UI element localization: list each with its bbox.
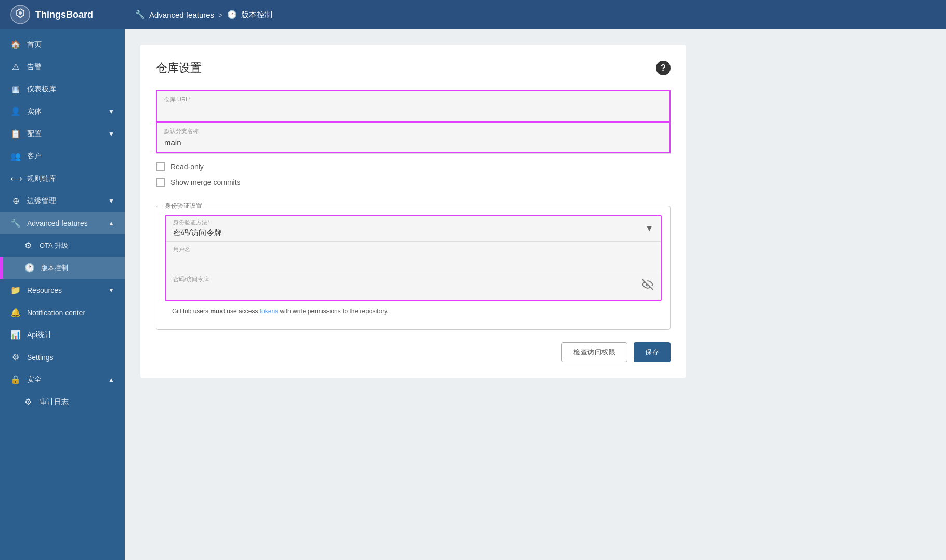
readonly-label: Read-only	[170, 163, 204, 171]
edge-icon: ⊕	[10, 196, 21, 206]
sidebar-item-api-label: Api统计	[27, 330, 52, 340]
username-label: 用户名	[166, 242, 661, 255]
auth-method-label: 身份验证方法*	[173, 219, 209, 226]
breadcrumb: 🔧 Advanced features > 🕐 版本控制	[135, 10, 272, 20]
security-chevron: ▲	[108, 376, 114, 383]
sidebar-item-security[interactable]: 🔒 安全 ▲	[0, 368, 125, 391]
advanced-icon: 🔧	[10, 218, 21, 228]
sidebar-item-ota[interactable]: ⚙ OTA 升级	[0, 234, 125, 257]
sidebar-item-audit[interactable]: ⚙ 审计日志	[0, 391, 125, 413]
password-input[interactable]	[166, 284, 661, 300]
breadcrumb-icon2: 🕐	[227, 10, 237, 19]
resources-chevron: ▼	[108, 287, 114, 294]
branch-field: 默认分支名称	[156, 122, 671, 153]
sidebar-item-dashboard-label: 仪表板库	[27, 85, 56, 94]
hint-post: with write permissions to the repository…	[278, 308, 389, 315]
merge-checkbox-row[interactable]: Show merge commits	[156, 178, 671, 187]
repo-url-input[interactable]	[157, 104, 669, 121]
sidebar-sub-advanced: ⚙ OTA 升级 🕐 版本控制	[0, 234, 125, 279]
settings-icon: ⚙	[10, 352, 21, 362]
home-icon: 🏠	[10, 39, 21, 49]
version-icon: 🕐	[24, 263, 35, 273]
visibility-off-icon[interactable]	[642, 279, 653, 293]
config-chevron: ▼	[108, 130, 114, 138]
customer-icon: 👥	[10, 151, 21, 161]
sidebar-item-entity-label: 实体	[27, 107, 42, 116]
readonly-checkbox-row[interactable]: Read-only	[156, 162, 671, 171]
hint-link[interactable]: tokens	[260, 308, 278, 315]
breadcrumb-item2[interactable]: 版本控制	[241, 10, 272, 20]
auth-fields-wrapper: 身份验证方法* 密码/访问令牌 ▼ 用户名	[165, 215, 662, 301]
readonly-checkbox[interactable]	[156, 162, 165, 171]
sidebar-item-audit-label: 审计日志	[40, 397, 69, 407]
resources-icon: 📁	[10, 285, 21, 295]
sidebar-item-resources-label: Resources	[27, 286, 62, 295]
dashboard-icon: ▦	[10, 84, 21, 94]
rulechain-icon: ⟷	[10, 174, 21, 183]
sidebar-item-version-label: 版本控制	[41, 263, 68, 273]
save-button[interactable]: 保存	[634, 342, 671, 362]
sidebar-item-security-label: 安全	[27, 375, 42, 384]
sidebar-item-resources[interactable]: 📁 Resources ▼	[0, 279, 125, 301]
sidebar-item-api[interactable]: 📊 Api统计	[0, 324, 125, 346]
auth-method-select[interactable]: 密码/访问令牌	[166, 216, 661, 241]
content-area: 仓库设置 ? 仓库 URL* 默认分支名称 Read-only	[125, 29, 946, 560]
branch-label: 默认分支名称	[157, 123, 669, 136]
sidebar-item-customer[interactable]: 👥 客户	[0, 145, 125, 167]
entity-chevron: ▼	[108, 108, 114, 115]
hint-text: GitHub users must use access tokens with…	[165, 301, 662, 321]
page-title-row: 仓库设置 ?	[156, 60, 671, 76]
checkboxes-area: Read-only Show merge commits	[156, 154, 671, 195]
hint-bold: must	[210, 308, 225, 315]
password-label: 密码/访问令牌	[166, 271, 661, 284]
page-card: 仓库设置 ? 仓库 URL* 默认分支名称 Read-only	[140, 45, 686, 378]
repo-url-field: 仓库 URL*	[156, 90, 671, 122]
sidebar-item-version[interactable]: 🕐 版本控制	[0, 257, 125, 279]
sidebar-item-edge-label: 边缘管理	[27, 196, 56, 206]
merge-checkbox[interactable]	[156, 178, 165, 187]
security-icon: 🔒	[10, 375, 21, 384]
sidebar-item-settings[interactable]: ⚙ Settings	[0, 346, 125, 368]
advanced-chevron: ▲	[108, 220, 114, 227]
notification-icon: 🔔	[10, 308, 21, 317]
ota-icon: ⚙	[23, 241, 33, 250]
sidebar-item-rulechain[interactable]: ⟷ 规则链库	[0, 167, 125, 190]
sidebar-item-home[interactable]: 🏠 首页	[0, 33, 125, 56]
sidebar-item-config[interactable]: 📋 配置 ▼	[0, 123, 125, 145]
sidebar-item-notification-label: Notification center	[27, 309, 85, 317]
logo-text: ThingsBoard	[35, 9, 93, 20]
thingsboard-logo	[10, 5, 30, 24]
sidebar-item-config-label: 配置	[27, 129, 42, 139]
edge-chevron: ▼	[108, 197, 114, 205]
sidebar-item-alert[interactable]: ⚠ 告警	[0, 56, 125, 78]
sidebar-item-home-label: 首页	[27, 40, 42, 49]
help-button[interactable]: ?	[656, 61, 671, 75]
buttons-row: 检查访问权限 保存	[156, 342, 671, 362]
top-header: ThingsBoard 🔧 Advanced features > 🕐 版本控制	[0, 0, 946, 29]
branch-input[interactable]	[157, 136, 669, 152]
alert-icon: ⚠	[10, 62, 21, 72]
sidebar-item-customer-label: 客户	[27, 152, 42, 161]
check-access-button[interactable]: 检查访问权限	[561, 342, 627, 362]
main-layout: 🏠 首页 ⚠ 告警 ▦ 仪表板库 👤 实体 ▼ 📋 配置 ▼ 👥 客户	[0, 29, 946, 560]
svg-point-1	[19, 11, 22, 15]
auth-section-label: 身份验证设置	[163, 202, 204, 210]
api-icon: 📊	[10, 330, 21, 340]
sidebar-item-settings-label: Settings	[27, 353, 54, 362]
username-field: 用户名	[166, 242, 661, 271]
username-input[interactable]	[166, 255, 661, 271]
sidebar-item-rulechain-label: 规则链库	[27, 174, 56, 183]
page-title: 仓库设置	[156, 60, 202, 76]
breadcrumb-item1[interactable]: Advanced features	[149, 10, 214, 19]
config-icon: 📋	[10, 129, 21, 139]
hint-mid: use access	[225, 308, 260, 315]
auth-section: 身份验证设置 身份验证方法* 密码/访问令牌 ▼	[156, 206, 671, 330]
sidebar-item-edge[interactable]: ⊕ 边缘管理 ▼	[0, 190, 125, 212]
sidebar-item-dashboard[interactable]: ▦ 仪表板库	[0, 78, 125, 100]
hint-pre: GitHub users	[172, 308, 210, 315]
repo-url-label: 仓库 URL*	[157, 91, 669, 104]
audit-icon: ⚙	[23, 397, 33, 407]
sidebar-item-entity[interactable]: 👤 实体 ▼	[0, 100, 125, 123]
sidebar-item-advanced[interactable]: 🔧 Advanced features ▲	[0, 212, 125, 234]
sidebar-item-notification[interactable]: 🔔 Notification center	[0, 301, 125, 324]
